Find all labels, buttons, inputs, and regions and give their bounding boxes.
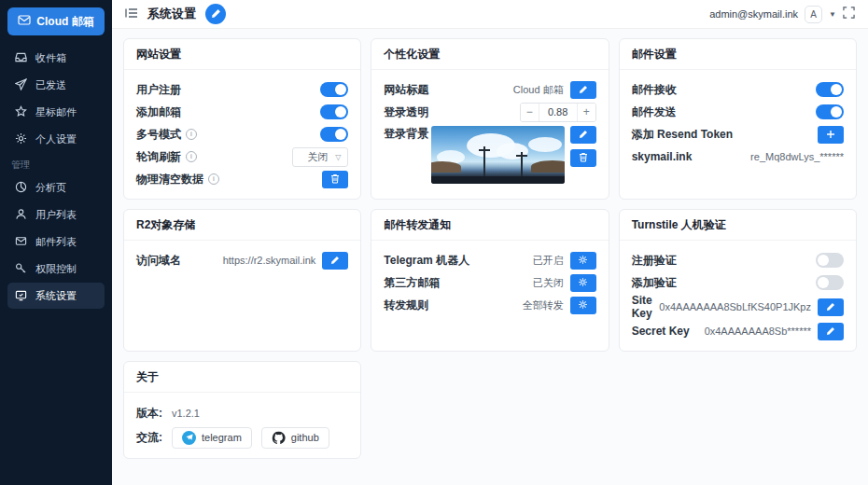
about-version-row: 版本: v1.2.1: [136, 401, 348, 425]
site-title-edit-button[interactable]: [570, 81, 596, 99]
sidebar-section-admin: 管理: [7, 153, 105, 173]
gear-icon: [578, 276, 588, 290]
sidebar-item-mail-list[interactable]: 邮件列表: [7, 229, 105, 255]
site-key-edit-button[interactable]: [818, 298, 844, 316]
chevron-down-icon: ▽: [335, 153, 341, 161]
setting-label: 添加 Resend Token: [632, 127, 733, 143]
telegram-bot-config-button[interactable]: [570, 252, 596, 270]
add-mailbox-toggle[interactable]: [320, 104, 348, 119]
setting-label: Secret Key: [632, 325, 690, 338]
card-title: 邮件设置: [620, 39, 856, 70]
card-title: 关于: [124, 362, 360, 393]
contact-label: 交流:: [136, 430, 162, 446]
card-body: 访问域名 https://r2.skymail.ink: [124, 241, 360, 280]
telegram-link-button[interactable]: telegram: [172, 427, 252, 449]
envelope-icon: [18, 15, 31, 28]
setting-row-add-mailbox: 添加邮箱: [136, 101, 348, 123]
sidebar-item-sent[interactable]: 已发送: [7, 72, 105, 98]
mail-send-toggle[interactable]: [816, 104, 844, 119]
user-icon: [15, 208, 27, 222]
login-background-image[interactable]: [431, 126, 565, 184]
poll-refresh-select[interactable]: 关闭 ▽: [292, 147, 348, 167]
sidebar-item-label: 分析页: [35, 181, 66, 195]
setting-row-purge-data: 物理清空数据 i: [136, 168, 348, 190]
setting-label: skymail.ink: [632, 150, 693, 163]
pie-chart-icon: [15, 181, 27, 195]
opacity-value[interactable]: 0.88: [539, 104, 578, 121]
pencil-icon: [579, 83, 588, 97]
stepper-plus-button[interactable]: +: [578, 104, 595, 121]
purge-data-button[interactable]: [322, 171, 348, 188]
background-buttons: [570, 126, 596, 167]
sidebar-item-inbox[interactable]: 收件箱: [7, 45, 105, 71]
stepper-minus-button[interactable]: −: [521, 104, 539, 121]
info-icon[interactable]: i: [208, 173, 219, 185]
send-icon: [15, 78, 27, 92]
sidebar-item-label: 邮件列表: [35, 235, 77, 249]
sidebar-item-starred[interactable]: 星标邮件: [7, 99, 105, 125]
pencil-icon: [826, 325, 835, 339]
add-verify-toggle[interactable]: [816, 275, 844, 290]
access-domain-edit-button[interactable]: [322, 252, 348, 270]
background-edit-button[interactable]: [570, 126, 596, 144]
multi-account-toggle[interactable]: [320, 127, 348, 142]
setting-label: Telegram 机器人: [384, 253, 469, 269]
card-about: 关于 版本: v1.2.1 交流: telegram: [123, 361, 361, 459]
version-label: 版本:: [136, 406, 162, 422]
sidebar-item-label: 系统设置: [35, 289, 77, 303]
github-link-button[interactable]: github: [261, 427, 329, 449]
register-verify-toggle[interactable]: [816, 253, 844, 268]
key-icon: [15, 262, 27, 276]
setting-label: 物理清空数据: [136, 172, 203, 187]
sidebar-item-system-settings[interactable]: 系统设置: [7, 283, 105, 309]
setting-row-mail-send: 邮件发送: [632, 101, 844, 123]
sidebar-item-profile-settings[interactable]: 个人设置: [7, 126, 105, 152]
third-party-mail-config-button[interactable]: [570, 274, 596, 292]
page-edit-button[interactable]: [205, 4, 226, 24]
site-key-value: 0x4AAAAAAA8SbLfKS40P1JKpz: [659, 301, 811, 312]
pencil-icon: [330, 254, 340, 268]
setting-row-domain-token: skymail.ink re_Mq8dwLys_******: [632, 146, 844, 168]
telegram-bot-status: 已开启: [533, 254, 564, 268]
secret-key-edit-button[interactable]: [818, 323, 844, 340]
setting-row-user-register: 用户注册: [136, 78, 348, 101]
system-settings-icon: [15, 289, 27, 303]
github-icon: [272, 431, 286, 445]
card-mail-settings: 邮件设置 邮件接收 邮件发送 添加 Resend Token: [619, 38, 857, 200]
pencil-icon: [579, 128, 588, 142]
user-register-toggle[interactable]: [320, 82, 348, 97]
menu-fold-icon[interactable]: [125, 6, 138, 22]
info-icon[interactable]: i: [186, 151, 197, 162]
sidebar-item-users[interactable]: 用户列表: [7, 201, 105, 228]
mail-list-icon: [15, 235, 27, 249]
setting-row-multi-account: 多号模式 i: [136, 123, 348, 146]
page-title: 系统设置: [147, 6, 196, 22]
setting-label: 邮件发送: [632, 104, 677, 120]
forward-rule-config-button[interactable]: [570, 297, 596, 314]
setting-row-login-background: 登录背景: [384, 123, 595, 184]
card-body: 版本: v1.2.1 交流: telegram: [124, 393, 360, 458]
telegram-icon: [182, 431, 196, 445]
card-body: 网站标题 Cloud 邮箱 登录透明: [371, 70, 608, 192]
mail-receive-toggle[interactable]: [816, 82, 844, 97]
setting-label: Site Key: [632, 294, 660, 320]
avatar[interactable]: A: [805, 6, 822, 23]
card-title: R2对象存储: [124, 210, 360, 241]
app-window: Cloud 邮箱 收件箱 已发送 星标邮件: [0, 0, 868, 485]
card-personalization: 个性化设置 网站标题 Cloud 邮箱: [371, 38, 609, 200]
settings-content: 网站设置 用户注册 添加邮箱 多号模式 i: [112, 29, 868, 468]
setting-row-poll-refresh: 轮询刷新 i 关闭 ▽: [136, 146, 348, 168]
logo-button[interactable]: Cloud 邮箱: [7, 7, 105, 35]
pencil-icon: [826, 300, 835, 314]
setting-row-register-verify: 注册验证: [632, 249, 844, 271]
add-resend-token-button[interactable]: [818, 126, 844, 144]
setting-label: 网站标题: [384, 82, 428, 98]
background-delete-button[interactable]: [570, 149, 596, 167]
about-contact-row: 交流: telegram github: [136, 425, 348, 450]
chevron-down-icon[interactable]: ▼: [829, 10, 836, 19]
star-icon: [15, 105, 27, 119]
sidebar-item-permissions[interactable]: 权限控制: [7, 256, 105, 282]
sidebar-item-analytics[interactable]: 分析页: [7, 174, 105, 201]
fullscreen-icon[interactable]: [843, 6, 855, 22]
info-icon[interactable]: i: [186, 129, 197, 140]
